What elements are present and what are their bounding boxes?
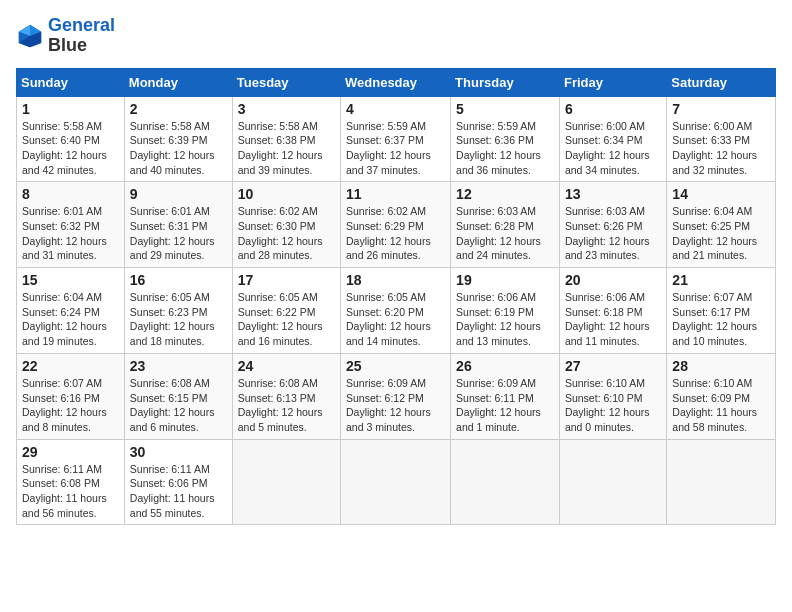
- day-header-sunday: Sunday: [17, 68, 125, 96]
- day-info: Sunrise: 6:08 AMSunset: 6:13 PMDaylight:…: [238, 376, 335, 435]
- day-number: 26: [456, 358, 554, 374]
- calendar-cell: 7 Sunrise: 6:00 AMSunset: 6:33 PMDayligh…: [667, 96, 776, 182]
- calendar-cell: 18 Sunrise: 6:05 AMSunset: 6:20 PMDaylig…: [341, 268, 451, 354]
- calendar-cell: 3 Sunrise: 5:58 AMSunset: 6:38 PMDayligh…: [232, 96, 340, 182]
- day-header-friday: Friday: [559, 68, 666, 96]
- day-header-thursday: Thursday: [451, 68, 560, 96]
- day-number: 22: [22, 358, 119, 374]
- calendar-cell: 2 Sunrise: 5:58 AMSunset: 6:39 PMDayligh…: [124, 96, 232, 182]
- calendar-cell: [667, 439, 776, 525]
- day-number: 6: [565, 101, 661, 117]
- day-info: Sunrise: 6:08 AMSunset: 6:15 PMDaylight:…: [130, 376, 227, 435]
- day-info: Sunrise: 6:04 AMSunset: 6:25 PMDaylight:…: [672, 204, 770, 263]
- day-info: Sunrise: 6:05 AMSunset: 6:23 PMDaylight:…: [130, 290, 227, 349]
- calendar-cell: 13 Sunrise: 6:03 AMSunset: 6:26 PMDaylig…: [559, 182, 666, 268]
- calendar-cell: [451, 439, 560, 525]
- day-info: Sunrise: 6:00 AMSunset: 6:33 PMDaylight:…: [672, 119, 770, 178]
- calendar-cell: 26 Sunrise: 6:09 AMSunset: 6:11 PMDaylig…: [451, 353, 560, 439]
- week-row-4: 22 Sunrise: 6:07 AMSunset: 6:16 PMDaylig…: [17, 353, 776, 439]
- day-info: Sunrise: 6:05 AMSunset: 6:22 PMDaylight:…: [238, 290, 335, 349]
- calendar-cell: 8 Sunrise: 6:01 AMSunset: 6:32 PMDayligh…: [17, 182, 125, 268]
- day-info: Sunrise: 6:11 AMSunset: 6:06 PMDaylight:…: [130, 462, 227, 521]
- calendar-cell: 20 Sunrise: 6:06 AMSunset: 6:18 PMDaylig…: [559, 268, 666, 354]
- calendar-cell: 28 Sunrise: 6:10 AMSunset: 6:09 PMDaylig…: [667, 353, 776, 439]
- calendar-cell: 5 Sunrise: 5:59 AMSunset: 6:36 PMDayligh…: [451, 96, 560, 182]
- day-info: Sunrise: 5:58 AMSunset: 6:39 PMDaylight:…: [130, 119, 227, 178]
- day-number: 16: [130, 272, 227, 288]
- logo: GeneralBlue: [16, 16, 115, 56]
- calendar-cell: 11 Sunrise: 6:02 AMSunset: 6:29 PMDaylig…: [341, 182, 451, 268]
- day-info: Sunrise: 6:10 AMSunset: 6:10 PMDaylight:…: [565, 376, 661, 435]
- day-info: Sunrise: 6:01 AMSunset: 6:32 PMDaylight:…: [22, 204, 119, 263]
- day-number: 13: [565, 186, 661, 202]
- day-number: 3: [238, 101, 335, 117]
- day-number: 1: [22, 101, 119, 117]
- week-row-1: 1 Sunrise: 5:58 AMSunset: 6:40 PMDayligh…: [17, 96, 776, 182]
- day-number: 21: [672, 272, 770, 288]
- calendar-table: SundayMondayTuesdayWednesdayThursdayFrid…: [16, 68, 776, 526]
- day-number: 5: [456, 101, 554, 117]
- logo-text: GeneralBlue: [48, 16, 115, 56]
- calendar-cell: 27 Sunrise: 6:10 AMSunset: 6:10 PMDaylig…: [559, 353, 666, 439]
- calendar-cell: 30 Sunrise: 6:11 AMSunset: 6:06 PMDaylig…: [124, 439, 232, 525]
- calendar-cell: [341, 439, 451, 525]
- calendar-cell: 29 Sunrise: 6:11 AMSunset: 6:08 PMDaylig…: [17, 439, 125, 525]
- day-number: 8: [22, 186, 119, 202]
- day-header-monday: Monday: [124, 68, 232, 96]
- day-number: 11: [346, 186, 445, 202]
- calendar-cell: [232, 439, 340, 525]
- calendar-cell: 22 Sunrise: 6:07 AMSunset: 6:16 PMDaylig…: [17, 353, 125, 439]
- day-number: 4: [346, 101, 445, 117]
- day-info: Sunrise: 6:11 AMSunset: 6:08 PMDaylight:…: [22, 462, 119, 521]
- logo-icon: [16, 22, 44, 50]
- day-info: Sunrise: 6:03 AMSunset: 6:26 PMDaylight:…: [565, 204, 661, 263]
- day-number: 17: [238, 272, 335, 288]
- day-info: Sunrise: 6:03 AMSunset: 6:28 PMDaylight:…: [456, 204, 554, 263]
- day-info: Sunrise: 6:00 AMSunset: 6:34 PMDaylight:…: [565, 119, 661, 178]
- calendar-cell: 6 Sunrise: 6:00 AMSunset: 6:34 PMDayligh…: [559, 96, 666, 182]
- calendar-cell: 24 Sunrise: 6:08 AMSunset: 6:13 PMDaylig…: [232, 353, 340, 439]
- calendar-cell: 4 Sunrise: 5:59 AMSunset: 6:37 PMDayligh…: [341, 96, 451, 182]
- day-number: 24: [238, 358, 335, 374]
- day-number: 28: [672, 358, 770, 374]
- day-header-wednesday: Wednesday: [341, 68, 451, 96]
- day-header-tuesday: Tuesday: [232, 68, 340, 96]
- day-info: Sunrise: 6:09 AMSunset: 6:11 PMDaylight:…: [456, 376, 554, 435]
- day-number: 9: [130, 186, 227, 202]
- day-info: Sunrise: 6:02 AMSunset: 6:30 PMDaylight:…: [238, 204, 335, 263]
- calendar-cell: 9 Sunrise: 6:01 AMSunset: 6:31 PMDayligh…: [124, 182, 232, 268]
- day-info: Sunrise: 6:02 AMSunset: 6:29 PMDaylight:…: [346, 204, 445, 263]
- day-info: Sunrise: 6:01 AMSunset: 6:31 PMDaylight:…: [130, 204, 227, 263]
- day-info: Sunrise: 6:06 AMSunset: 6:19 PMDaylight:…: [456, 290, 554, 349]
- calendar-cell: 10 Sunrise: 6:02 AMSunset: 6:30 PMDaylig…: [232, 182, 340, 268]
- day-info: Sunrise: 6:07 AMSunset: 6:16 PMDaylight:…: [22, 376, 119, 435]
- day-info: Sunrise: 6:05 AMSunset: 6:20 PMDaylight:…: [346, 290, 445, 349]
- page-header: GeneralBlue: [16, 16, 776, 56]
- day-info: Sunrise: 6:10 AMSunset: 6:09 PMDaylight:…: [672, 376, 770, 435]
- calendar-cell: 17 Sunrise: 6:05 AMSunset: 6:22 PMDaylig…: [232, 268, 340, 354]
- day-info: Sunrise: 6:09 AMSunset: 6:12 PMDaylight:…: [346, 376, 445, 435]
- day-number: 7: [672, 101, 770, 117]
- calendar-cell: 12 Sunrise: 6:03 AMSunset: 6:28 PMDaylig…: [451, 182, 560, 268]
- calendar-cell: 14 Sunrise: 6:04 AMSunset: 6:25 PMDaylig…: [667, 182, 776, 268]
- day-info: Sunrise: 6:06 AMSunset: 6:18 PMDaylight:…: [565, 290, 661, 349]
- day-number: 23: [130, 358, 227, 374]
- calendar-cell: 16 Sunrise: 6:05 AMSunset: 6:23 PMDaylig…: [124, 268, 232, 354]
- week-row-5: 29 Sunrise: 6:11 AMSunset: 6:08 PMDaylig…: [17, 439, 776, 525]
- calendar-cell: 25 Sunrise: 6:09 AMSunset: 6:12 PMDaylig…: [341, 353, 451, 439]
- day-info: Sunrise: 6:07 AMSunset: 6:17 PMDaylight:…: [672, 290, 770, 349]
- calendar-cell: 19 Sunrise: 6:06 AMSunset: 6:19 PMDaylig…: [451, 268, 560, 354]
- week-row-3: 15 Sunrise: 6:04 AMSunset: 6:24 PMDaylig…: [17, 268, 776, 354]
- calendar-cell: 15 Sunrise: 6:04 AMSunset: 6:24 PMDaylig…: [17, 268, 125, 354]
- day-info: Sunrise: 6:04 AMSunset: 6:24 PMDaylight:…: [22, 290, 119, 349]
- calendar-cell: 23 Sunrise: 6:08 AMSunset: 6:15 PMDaylig…: [124, 353, 232, 439]
- day-number: 10: [238, 186, 335, 202]
- day-info: Sunrise: 5:58 AMSunset: 6:40 PMDaylight:…: [22, 119, 119, 178]
- day-info: Sunrise: 5:59 AMSunset: 6:36 PMDaylight:…: [456, 119, 554, 178]
- day-number: 27: [565, 358, 661, 374]
- day-number: 25: [346, 358, 445, 374]
- day-number: 19: [456, 272, 554, 288]
- day-number: 12: [456, 186, 554, 202]
- week-row-2: 8 Sunrise: 6:01 AMSunset: 6:32 PMDayligh…: [17, 182, 776, 268]
- day-number: 15: [22, 272, 119, 288]
